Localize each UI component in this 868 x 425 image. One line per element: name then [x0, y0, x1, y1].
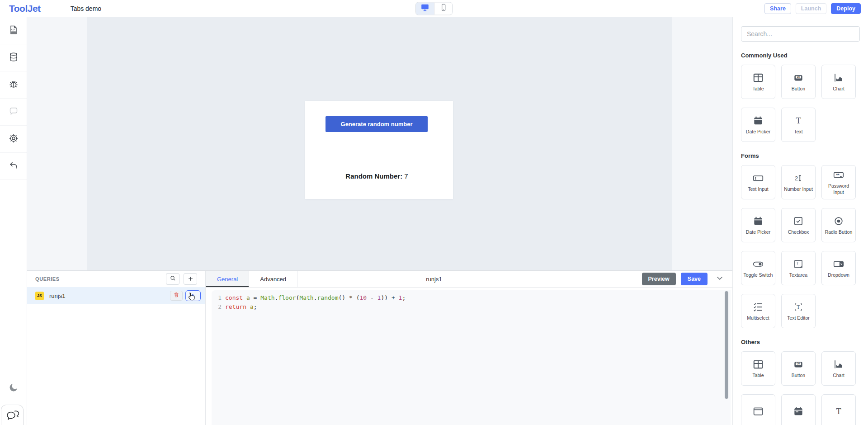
widget-card-calendar[interactable]: Date Picker — [741, 108, 775, 142]
widget-card-chart[interactable]: Chart — [821, 351, 856, 386]
widget-card-checkbox[interactable]: Checkbox — [781, 208, 816, 242]
widget-card-text-editor[interactable]: TText Editor — [781, 294, 816, 328]
desktop-icon — [420, 3, 430, 14]
code-editor[interactable]: 1const a = Math.floor(Math.random() * (1… — [212, 290, 731, 425]
multiselect-icon — [752, 301, 764, 313]
sidebar-item-debugger[interactable] — [0, 71, 27, 99]
run-query-button[interactable] — [185, 290, 201, 301]
preview-button[interactable]: Preview — [642, 273, 676, 285]
widget-card-password-input[interactable]: **Password Input — [821, 165, 856, 199]
widget-card-multiselect[interactable]: Multiselect — [741, 294, 775, 328]
sidebar-item-database[interactable] — [0, 44, 27, 71]
toggle-switch-icon — [752, 258, 764, 270]
widget-label: Date Picker — [746, 129, 770, 135]
queries-title: QUERIES — [35, 276, 60, 282]
table-icon — [752, 72, 764, 84]
widget-card-calendar-alt[interactable] — [781, 394, 816, 425]
query-list: QUERIES — [27, 271, 206, 425]
generate-random-number-button[interactable]: Generate random number — [326, 116, 428, 132]
save-button[interactable]: Save — [681, 273, 708, 285]
widget-card-table[interactable]: Table — [741, 65, 775, 99]
chat-launcher[interactable] — [1, 405, 24, 425]
tooljet-logo: ToolJet — [9, 3, 41, 14]
widget-card-toggle-switch[interactable]: Toggle Switch — [741, 251, 775, 285]
plus-icon — [188, 275, 193, 283]
widget-card-table[interactable]: Table — [741, 351, 775, 386]
deploy-button[interactable]: Deploy — [831, 3, 861, 14]
delete-query-button[interactable] — [170, 291, 183, 301]
widget-card-chart[interactable]: Chart — [821, 65, 856, 99]
moon-icon — [8, 382, 19, 395]
text-editor-icon: T — [793, 301, 804, 313]
widget-card-dropdown[interactable]: Dropdown — [821, 251, 856, 285]
widget-grid-commonly-used: TableOKButtonChartDate PickerTText — [741, 65, 860, 142]
sidebar-item-settings[interactable] — [0, 126, 27, 153]
trash-icon — [173, 292, 179, 300]
query-search-button[interactable] — [166, 273, 179, 285]
widget-card-text[interactable]: T — [821, 394, 856, 425]
dropdown-icon — [832, 258, 845, 270]
widget-card-calendar[interactable]: Date Picker — [741, 208, 775, 242]
left-icon-rail — [0, 17, 27, 425]
top-actions: Share Launch Deploy — [764, 3, 861, 14]
widget-grid-others: TableOKButtonChartT — [741, 351, 860, 425]
widget-label: Button — [792, 86, 805, 92]
container-widget[interactable]: Generate random number Random Number: 7 — [305, 101, 453, 199]
sidebar-item-pages[interactable] — [0, 17, 27, 44]
widget-card-text[interactable]: TText — [781, 108, 816, 142]
code-text: const a = Math.floor(Math.random() * (10… — [225, 293, 406, 302]
svg-text:2: 2 — [795, 175, 798, 182]
sidebar-item-comments[interactable] — [0, 99, 27, 126]
mobile-view-toggle[interactable] — [434, 2, 452, 14]
widget-label: Text — [794, 129, 802, 135]
svg-text:OK: OK — [797, 363, 800, 365]
widget-card-number-input[interactable]: 2Number Input — [781, 165, 816, 199]
share-button[interactable]: Share — [764, 3, 791, 14]
gear-icon — [8, 133, 19, 146]
sidebar-item-undo[interactable] — [0, 153, 27, 180]
widget-card-text-input[interactable]: Text Input — [741, 165, 775, 199]
chart-icon — [833, 359, 844, 370]
rail-bottom — [0, 382, 27, 425]
calendar-alt-icon — [793, 406, 804, 417]
widget-card-button[interactable]: OKButton — [781, 351, 816, 386]
launch-button[interactable]: Launch — [796, 3, 826, 14]
code-text: return a; — [225, 302, 257, 312]
widget-label: Table — [752, 373, 764, 378]
add-query-button[interactable] — [184, 273, 197, 285]
app-title: Tabs demo — [71, 5, 101, 12]
mobile-icon — [439, 3, 448, 14]
top-bar: ToolJet Tabs demo Share Launch Deploy — [0, 0, 868, 17]
widget-label: Text Editor — [787, 315, 810, 321]
editor-scrollbar-thumb[interactable] — [725, 291, 728, 399]
query-editor: General Advanced runjs1 Preview Save — [206, 271, 732, 425]
widget-search-input[interactable] — [741, 26, 860, 42]
text-input-icon — [752, 172, 764, 184]
button-icon: OK — [793, 359, 804, 370]
svg-text:OK: OK — [797, 76, 800, 78]
app-canvas[interactable]: Generate random number Random Number: 7 — [87, 17, 672, 270]
widget-label: Table — [752, 86, 764, 92]
section-title-commonly-used: Commonly Used — [741, 52, 860, 59]
checkbox-icon — [793, 215, 804, 227]
desktop-view-toggle[interactable] — [416, 2, 434, 14]
chart-icon — [833, 72, 844, 84]
widget-label: Chart — [833, 86, 844, 92]
widget-card-textarea[interactable]: TTextarea — [781, 251, 816, 285]
database-icon — [8, 52, 19, 64]
svg-text:T: T — [797, 304, 800, 310]
random-number-value: 7 — [404, 172, 408, 180]
dark-mode-toggle[interactable] — [0, 382, 27, 395]
collapse-panel-button[interactable] — [712, 273, 727, 285]
query-editor-actions: Preview Save — [642, 271, 732, 287]
widget-card-modal[interactable] — [741, 394, 775, 425]
play-icon — [190, 292, 196, 300]
canvas-wrapper: Generate random number Random Number: 7 — [27, 17, 732, 270]
tab-advanced[interactable]: Advanced — [249, 271, 297, 287]
query-list-item[interactable]: JS runjs1 — [27, 287, 205, 304]
text-icon: T — [833, 406, 844, 417]
svg-text:**: ** — [836, 173, 840, 177]
tab-general[interactable]: General — [206, 271, 249, 287]
widget-card-button[interactable]: OKButton — [781, 65, 816, 99]
widget-card-radio-button[interactable]: Radio Button — [821, 208, 856, 242]
